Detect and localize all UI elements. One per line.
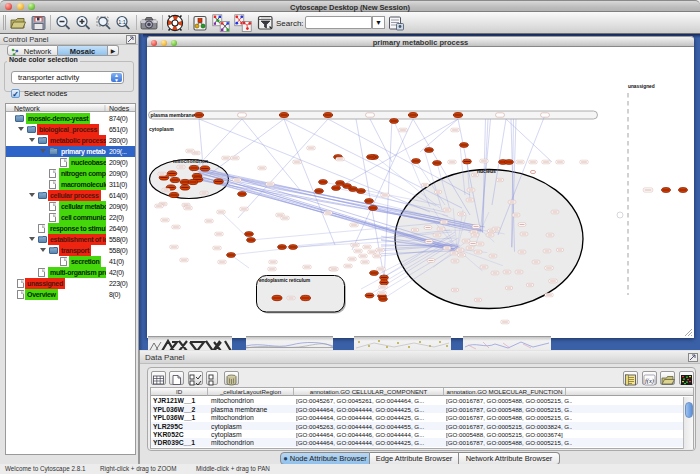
svg-text:unassigned: unassigned — [628, 84, 655, 89]
svg-text:f(x): f(x) — [645, 377, 654, 385]
svg-text:mitochondrion: mitochondrion — [173, 158, 208, 164]
svg-text:1:1: 1:1 — [118, 19, 126, 25]
svg-text:plasma membrane: plasma membrane — [151, 112, 195, 118]
svg-text:nucleus: nucleus — [477, 168, 496, 174]
svg-text:endoplasmic reticulum: endoplasmic reticulum — [259, 278, 310, 283]
svg-text:cytoplasm: cytoplasm — [149, 126, 174, 132]
